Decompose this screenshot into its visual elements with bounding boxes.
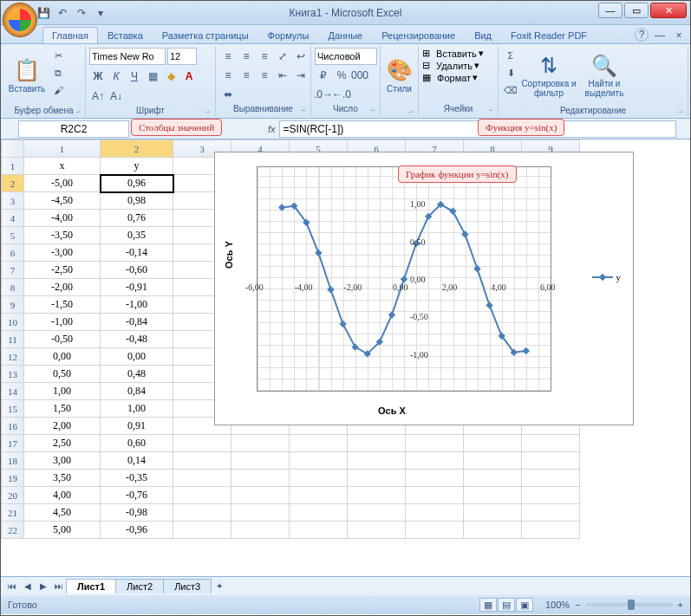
view-normal-icon[interactable]: ▦: [479, 598, 497, 612]
ribbon-close-icon[interactable]: ×: [671, 28, 687, 43]
format-painter-icon[interactable]: 🖌: [49, 82, 67, 98]
zoom-slider[interactable]: [586, 603, 673, 606]
delete-cells-button[interactable]: ⊟ Удалить ▾: [422, 60, 479, 71]
row-header[interactable]: 4: [2, 210, 24, 227]
tab-review[interactable]: Рецензирование: [372, 27, 465, 43]
sheet-next-icon[interactable]: ▶: [36, 580, 51, 593]
sheet-prev-icon[interactable]: ◀: [20, 580, 36, 593]
row-header[interactable]: 1: [2, 158, 24, 175]
align-mid-icon[interactable]: ≡: [238, 48, 255, 65]
tab-layout[interactable]: Разметка страницы: [153, 27, 258, 43]
chart-object[interactable]: Ось Y -6,00-4,00-2,000,002,004,006,001,0…: [214, 152, 634, 425]
redo-icon[interactable]: ↷: [74, 5, 89, 21]
sheet-last-icon[interactable]: ⏭: [51, 580, 67, 593]
tab-home[interactable]: Главная: [42, 27, 98, 43]
comma-icon[interactable]: 000: [351, 67, 368, 84]
grow-font-icon[interactable]: A↑: [89, 88, 107, 105]
orientation-icon[interactable]: ⤢: [274, 48, 291, 65]
close-button[interactable]: ✕: [650, 3, 687, 18]
row-header[interactable]: 9: [2, 296, 24, 314]
copy-icon[interactable]: ⧉: [49, 65, 67, 81]
styles-button[interactable]: 🎨Стили: [384, 48, 414, 105]
align-top-icon[interactable]: ≡: [219, 48, 237, 65]
find-select-button[interactable]: 🔍Найти и выделить: [578, 48, 630, 105]
number-format-combo[interactable]: [315, 48, 377, 65]
insert-cells-button[interactable]: ⊞ Вставить ▾: [422, 48, 484, 59]
qat-more-icon[interactable]: ▾: [93, 5, 108, 21]
tab-view[interactable]: Вид: [465, 27, 501, 43]
undo-icon[interactable]: ↶: [55, 5, 70, 21]
row-header[interactable]: 19: [2, 470, 24, 487]
bold-button[interactable]: Ж: [89, 68, 107, 85]
tab-insert[interactable]: Вставка: [98, 27, 153, 43]
font-name-combo[interactable]: [89, 48, 166, 65]
wrap-icon[interactable]: ↩: [292, 48, 310, 65]
col-header[interactable]: 1: [24, 140, 101, 158]
office-button[interactable]: [3, 3, 37, 37]
view-break-icon[interactable]: ▣: [516, 598, 533, 612]
fill-color-button[interactable]: ◆: [162, 68, 179, 85]
percent-icon[interactable]: %: [333, 67, 350, 84]
row-header[interactable]: 15: [2, 400, 24, 418]
row-header[interactable]: 5: [2, 227, 24, 244]
name-box[interactable]: R2C2: [18, 120, 129, 138]
merge-button[interactable]: ⬌: [219, 86, 237, 103]
help-icon[interactable]: ?: [635, 28, 649, 42]
maximize-button[interactable]: ▭: [624, 3, 649, 18]
row-header[interactable]: 11: [2, 331, 24, 348]
col-header[interactable]: 2: [101, 140, 173, 158]
font-color-button[interactable]: A: [180, 68, 198, 85]
indent-inc-icon[interactable]: ⇥: [292, 67, 310, 84]
row-header[interactable]: 13: [2, 366, 24, 383]
row-header[interactable]: 21: [2, 504, 24, 522]
row-header[interactable]: 12: [2, 348, 24, 366]
row-header[interactable]: 14: [2, 383, 24, 400]
inc-decimal-icon[interactable]: .0→: [315, 86, 332, 103]
row-header[interactable]: 6: [2, 244, 24, 262]
align-left-icon[interactable]: ≡: [219, 67, 237, 84]
italic-button[interactable]: К: [108, 68, 125, 85]
row-header[interactable]: 20: [2, 487, 24, 504]
sheet-tab-1[interactable]: Лист1: [66, 579, 116, 593]
zoom-out-button[interactable]: −: [575, 600, 580, 610]
shrink-font-icon[interactable]: A↓: [108, 88, 125, 105]
sort-filter-button[interactable]: ⇅Сортировка и фильтр: [521, 48, 577, 105]
zoom-in-button[interactable]: +: [678, 600, 683, 610]
minimize-button[interactable]: —: [598, 3, 623, 18]
sheet-tab-2[interactable]: Лист2: [115, 579, 164, 593]
underline-button[interactable]: Ч: [126, 68, 143, 85]
format-cells-button[interactable]: ▦ Формат ▾: [422, 72, 478, 83]
paste-button[interactable]: 📋Вставить: [6, 48, 48, 105]
tab-foxit[interactable]: Foxit Reader PDF: [501, 27, 596, 43]
currency-icon[interactable]: ₽: [315, 67, 332, 84]
align-right-icon[interactable]: ≡: [256, 67, 273, 84]
tab-data[interactable]: Данные: [318, 27, 372, 43]
align-center-icon[interactable]: ≡: [238, 67, 255, 84]
view-layout-icon[interactable]: ▤: [498, 598, 515, 612]
autosum-icon[interactable]: Σ: [502, 48, 519, 63]
row-header[interactable]: 8: [2, 279, 24, 296]
row-header[interactable]: 7: [2, 262, 24, 279]
cut-icon[interactable]: ✂: [49, 48, 67, 63]
save-icon[interactable]: 💾: [36, 5, 51, 21]
fill-icon[interactable]: ⬇: [502, 65, 519, 81]
clear-icon[interactable]: ⌫: [502, 82, 519, 98]
row-header[interactable]: 3: [2, 192, 24, 210]
sheet-new-icon[interactable]: ✦: [212, 580, 227, 593]
row-header[interactable]: 16: [2, 418, 24, 435]
fx-icon[interactable]: fx: [268, 124, 276, 134]
sheet-tab-3[interactable]: Лист3: [163, 579, 212, 593]
tab-formulas[interactable]: Формулы: [258, 27, 319, 43]
font-size-combo[interactable]: [167, 48, 197, 65]
row-header[interactable]: 10: [2, 314, 24, 331]
align-bot-icon[interactable]: ≡: [256, 48, 273, 65]
indent-dec-icon[interactable]: ⇤: [274, 67, 291, 84]
border-button[interactable]: ▦: [144, 68, 161, 85]
row-header[interactable]: 2: [2, 175, 24, 192]
dec-decimal-icon[interactable]: ←.0: [333, 86, 350, 103]
row-header[interactable]: 18: [2, 452, 24, 470]
row-header[interactable]: 22: [2, 522, 24, 539]
worksheet-grid[interactable]: 1234567891xy2-5,000,963-4,500,984-4,000,…: [1, 139, 690, 576]
ribbon-min-icon[interactable]: —: [652, 28, 668, 43]
row-header[interactable]: 17: [2, 435, 24, 452]
